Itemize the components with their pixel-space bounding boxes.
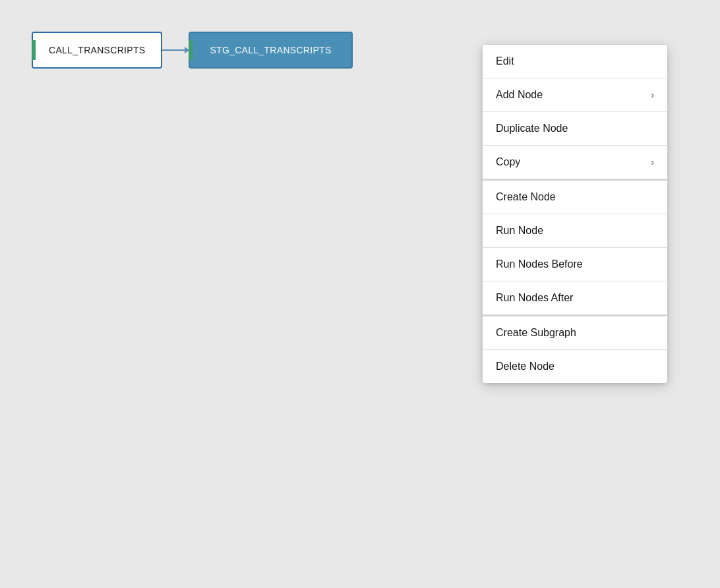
connector-edge <box>162 49 189 51</box>
menu-item-create-subgraph[interactable]: Create Subgraph <box>483 315 667 350</box>
menu-item-run-nodes-after[interactable]: Run Nodes After <box>483 281 667 315</box>
menu-item-duplicate-node[interactable]: Duplicate Node <box>483 112 667 146</box>
menu-item-delete-node[interactable]: Delete Node <box>483 350 667 383</box>
menu-item-run-node-label: Run Node <box>496 225 543 237</box>
menu-item-delete-node-label: Delete Node <box>496 361 555 372</box>
menu-item-run-nodes-before[interactable]: Run Nodes Before <box>483 248 667 281</box>
menu-item-add-node-label: Add Node <box>496 89 543 101</box>
destination-node[interactable]: STG_CALL_TRANSCRIPTS <box>189 32 352 69</box>
menu-item-create-node[interactable]: Create Node <box>483 179 667 214</box>
destination-node-label: STG_CALL_TRANSCRIPTS <box>210 45 331 55</box>
canvas: CALL_TRANSCRIPTS STG_CALL_TRANSCRIPTS Ed… <box>0 0 720 588</box>
menu-item-copy[interactable]: Copy › <box>483 146 667 179</box>
menu-item-create-node-label: Create Node <box>496 191 556 203</box>
context-menu: Edit Add Node › Duplicate Node Copy › Cr… <box>483 45 667 383</box>
menu-item-edit[interactable]: Edit <box>483 45 667 78</box>
add-node-chevron-icon: › <box>651 90 654 100</box>
menu-item-duplicate-node-label: Duplicate Node <box>496 123 568 134</box>
copy-chevron-icon: › <box>651 157 654 167</box>
menu-item-run-nodes-after-label: Run Nodes After <box>496 292 573 304</box>
source-node-label: CALL_TRANSCRIPTS <box>49 45 145 55</box>
menu-item-create-subgraph-label: Create Subgraph <box>496 327 576 339</box>
menu-item-add-node[interactable]: Add Node › <box>483 78 667 112</box>
source-node[interactable]: CALL_TRANSCRIPTS <box>32 32 162 69</box>
menu-item-copy-label: Copy <box>496 156 520 168</box>
menu-item-edit-label: Edit <box>496 55 514 67</box>
menu-item-run-node[interactable]: Run Node <box>483 214 667 248</box>
node-container: CALL_TRANSCRIPTS STG_CALL_TRANSCRIPTS <box>32 32 353 69</box>
menu-item-run-nodes-before-label: Run Nodes Before <box>496 258 583 270</box>
